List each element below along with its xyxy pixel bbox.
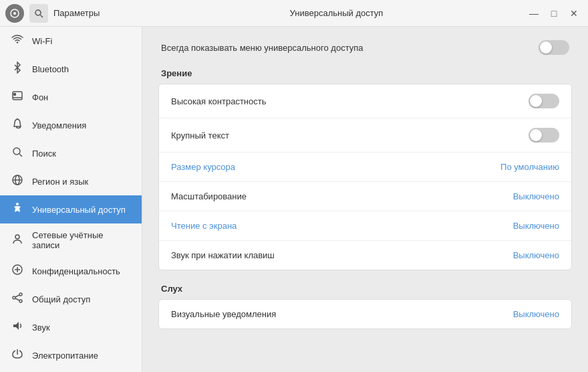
svg-point-18 (19, 293, 22, 296)
app-icon (5, 4, 24, 23)
toggle-knob (530, 95, 542, 107)
svg-point-6 (14, 94, 16, 96)
sidebar-label-accessibility: Универсальный доступ (32, 205, 126, 215)
sidebar-item-bluetooth[interactable]: Bluetooth (0, 55, 142, 83)
maximize-button[interactable]: □ (545, 5, 563, 22)
svg-point-1 (13, 12, 16, 15)
main-container: Wi-Fi Bluetooth Фон (0, 27, 588, 372)
scaling-label: Масштабирование (171, 191, 247, 201)
large-text-label: Крупный текст (171, 130, 229, 141)
table-row: Визуальные уведомления Выключено (159, 300, 571, 329)
table-row: Размер курсора По умолчанию (159, 153, 571, 182)
svg-line-3 (41, 15, 43, 17)
sidebar-label-wifi: Wi-Fi (32, 36, 52, 46)
sidebar-label-privacy: Конфиденциальность (32, 266, 120, 276)
sidebar-item-sharing[interactable]: Общий доступ (0, 285, 142, 313)
background-icon (11, 90, 24, 104)
visual-notifications-label: Визуальные уведомления (171, 309, 276, 319)
sidebar: Wi-Fi Bluetooth Фон (0, 27, 142, 372)
always-show-row: Всегда показывать меню универсального до… (158, 40, 572, 55)
cursor-size-label[interactable]: Размер курсора (171, 162, 235, 172)
table-row: Чтение с экрана Выключено (159, 211, 571, 241)
sound-icon (11, 320, 24, 335)
sidebar-item-region[interactable]: Регион и язык (0, 167, 142, 195)
scaling-value: Выключено (513, 191, 559, 201)
hearing-section-title: Слух (158, 284, 572, 294)
sidebar-label-search: Поиск (32, 149, 56, 159)
sidebar-label-region: Регион и язык (32, 177, 88, 187)
sidebar-item-privacy[interactable]: Конфиденциальность (0, 257, 142, 285)
sidebar-label-fon: Фон (32, 92, 48, 102)
search-button[interactable] (29, 4, 48, 23)
screen-reader-value: Выключено (513, 221, 559, 231)
close-button[interactable]: ✕ (565, 5, 583, 22)
search-sidebar-icon (11, 146, 24, 161)
hearing-card: Визуальные уведомления Выключено (158, 299, 572, 329)
toggle-knob (540, 41, 552, 54)
sidebar-item-power[interactable]: Электропитание (0, 341, 142, 369)
table-row: Масштабирование Выключено (159, 182, 571, 211)
high-contrast-toggle[interactable] (529, 94, 559, 108)
bluetooth-icon (11, 62, 24, 76)
titlebar: Параметры Универсальный доступ — □ ✕ (0, 0, 588, 27)
sidebar-item-accessibility[interactable]: Универсальный доступ (0, 195, 142, 223)
always-show-toggle[interactable] (539, 40, 569, 55)
sidebar-item-notifications[interactable]: Уведомления (0, 111, 142, 139)
svg-point-19 (13, 296, 15, 299)
table-row: Высокая контрастность (159, 84, 571, 118)
titlebar-left: Параметры (5, 4, 148, 23)
svg-point-2 (35, 10, 41, 15)
table-row: Звук при нажатии клавиш Выключено (159, 241, 571, 270)
accessibility-icon (11, 202, 24, 217)
window-title: Универсальный доступ (148, 8, 525, 18)
sidebar-label-sharing: Общий доступ (32, 294, 90, 304)
sidebar-item-search[interactable]: Поиск (0, 139, 142, 167)
vision-section-title: Зрение (158, 68, 572, 78)
sidebar-item-network[interactable]: Сеть (0, 369, 142, 372)
accounts-icon (11, 233, 24, 248)
wifi-icon (11, 33, 24, 48)
app-name: Параметры (53, 8, 100, 18)
always-show-label: Всегда показывать меню универсального до… (161, 43, 363, 53)
typing-sound-value: Выключено (513, 250, 559, 260)
high-contrast-label: Высокая контрастность (171, 96, 267, 106)
screen-reader-label[interactable]: Чтение с экрана (171, 221, 237, 231)
sidebar-label-notifications: Уведомления (32, 120, 86, 130)
typing-sound-label: Звук при нажатии клавиш (171, 250, 275, 260)
svg-point-14 (15, 235, 19, 239)
sidebar-item-wifi[interactable]: Wi-Fi (0, 27, 142, 55)
bell-icon (11, 118, 24, 132)
sharing-icon (11, 292, 24, 306)
cursor-size-value: По умолчанию (500, 162, 559, 172)
content-area: Всегда показывать меню универсального до… (142, 27, 588, 372)
power-icon (11, 348, 24, 363)
sidebar-item-sound[interactable]: Звук (0, 313, 142, 341)
large-text-toggle[interactable] (529, 128, 559, 143)
privacy-icon (11, 264, 24, 278)
svg-marker-23 (13, 322, 19, 330)
vision-card: Высокая контрастность Крупный текст Разм… (158, 84, 572, 270)
svg-point-20 (19, 300, 22, 302)
region-icon (11, 174, 24, 189)
svg-line-21 (15, 295, 19, 297)
sidebar-label-accounts: Сетевые учётные записи (32, 230, 131, 250)
window-controls: — □ ✕ (525, 5, 583, 22)
sidebar-label-power: Электропитание (32, 351, 98, 361)
toggle-knob (530, 129, 542, 141)
sidebar-item-fon[interactable]: Фон (0, 83, 142, 111)
svg-point-13 (16, 203, 19, 205)
minimize-button[interactable]: — (525, 5, 543, 22)
table-row: Крупный текст (159, 118, 571, 153)
svg-line-22 (15, 298, 19, 300)
sidebar-label-sound: Звук (32, 322, 50, 333)
svg-line-9 (19, 154, 22, 157)
sidebar-label-bluetooth: Bluetooth (32, 64, 69, 74)
svg-point-8 (13, 148, 20, 155)
visual-notifications-value: Выключено (513, 309, 559, 319)
sidebar-item-accounts[interactable]: Сетевые учётные записи (0, 223, 142, 257)
